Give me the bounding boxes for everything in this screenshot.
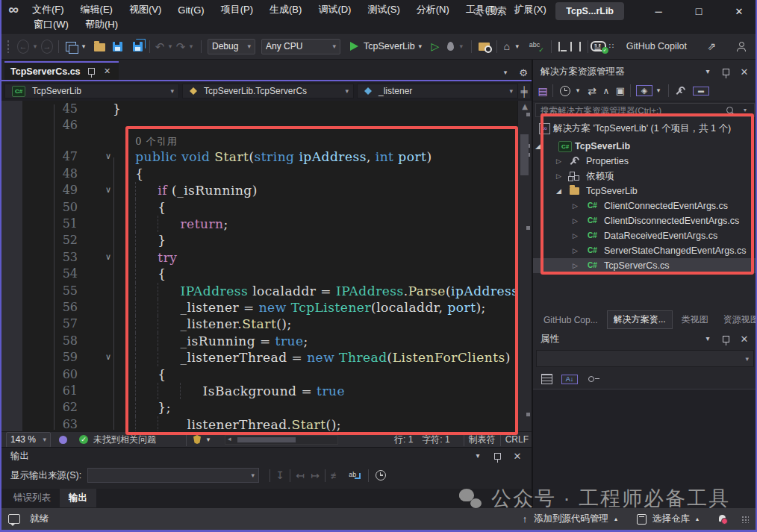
- categorized-icon[interactable]: [541, 374, 552, 384]
- format-document-icon[interactable]: [570, 42, 581, 51]
- menu-item[interactable]: 测试(S): [359, 3, 408, 16]
- fold-chevron-icon[interactable]: ∨: [103, 148, 113, 165]
- no-issues-icon[interactable]: [79, 435, 88, 444]
- horizontal-scrollbar[interactable]: [225, 435, 338, 445]
- run-target-dropdown-icon[interactable]: ▾: [415, 43, 426, 50]
- close-panel-icon[interactable]: ✕: [739, 67, 750, 77]
- menu-item[interactable]: 视图(V): [121, 3, 169, 16]
- alphabetical-sort-icon[interactable]: A↓: [561, 375, 578, 384]
- expand-arrow-icon[interactable]: ▷: [573, 217, 578, 225]
- column-indicator[interactable]: 字符: 1: [422, 434, 449, 446]
- tab-list-dropdown-icon[interactable]: ▾: [500, 69, 511, 76]
- panel-dropdown-icon[interactable]: ▾: [703, 68, 713, 75]
- home-window-icon[interactable]: ⌂: [502, 41, 512, 51]
- panel-dropdown-icon[interactable]: ▾: [703, 335, 713, 342]
- new-project-dropdown-icon[interactable]: ▾: [78, 43, 89, 50]
- line-indicator[interactable]: 行: 1: [394, 434, 413, 446]
- add-to-source-control-label[interactable]: 添加到源代码管理: [534, 513, 608, 525]
- scrollbar-thumb[interactable]: [520, 134, 529, 175]
- cursor-position-icon[interactable]: [558, 42, 560, 51]
- navbar-type-dropdown[interactable]: TcpSeverLib.TcpServerCs ▾: [182, 84, 354, 98]
- split-editor-icon[interactable]: ╪: [518, 84, 530, 98]
- tree-item[interactable]: ▷DataReceivedEventArgs.cs: [533, 228, 756, 243]
- search-icon[interactable]: [726, 107, 733, 113]
- next-message-icon[interactable]: ↦: [310, 470, 320, 481]
- hot-reload-dropdown-icon[interactable]: ▾: [456, 43, 467, 50]
- tree-item[interactable]: ◢TcpSeverLib: [533, 184, 756, 198]
- maximize-button[interactable]: □: [687, 6, 711, 16]
- timestamp-icon[interactable]: [376, 470, 386, 481]
- tab-class-view[interactable]: 类视图: [676, 311, 714, 328]
- editor-options-gear-icon[interactable]: ⚙: [518, 68, 529, 78]
- pin-icon[interactable]: [723, 336, 729, 342]
- share-icon[interactable]: ⇗: [706, 41, 717, 51]
- close-button[interactable]: ✕: [727, 7, 751, 16]
- menu-item[interactable]: 项目(P): [213, 3, 261, 16]
- output-source-select[interactable]: ▾: [87, 468, 259, 483]
- select-repository-label[interactable]: 选择仓库: [652, 513, 690, 525]
- navigate-back-dropdown-icon[interactable]: ▾: [30, 43, 40, 50]
- github-copilot-icon[interactable]: [591, 41, 606, 51]
- redo-dropdown-icon[interactable]: ▾: [186, 43, 196, 50]
- redo-icon[interactable]: ↷: [175, 41, 186, 52]
- search-dropdown-icon[interactable]: ▾: [511, 8, 521, 15]
- expand-arrow-icon[interactable]: ▷: [573, 262, 578, 269]
- tree-item[interactable]: ▷ClientConnectedEventArgs.cs: [533, 198, 756, 213]
- menu-item[interactable]: 文件(F): [24, 3, 72, 16]
- tab-resource-view[interactable]: 资源视图: [717, 311, 757, 328]
- editor-tab[interactable]: TcpServerCs.cs ✕: [4, 61, 119, 80]
- tab-solution-explorer[interactable]: 解决方案资...: [607, 310, 673, 329]
- expand-arrow-icon[interactable]: ▷: [573, 202, 578, 210]
- fold-chevron-icon[interactable]: ∨: [103, 182, 113, 198]
- undo-dropdown-icon[interactable]: ▾: [165, 43, 175, 50]
- tree-item[interactable]: ▷ServerStateChangedEventArgs.cs: [533, 243, 756, 258]
- expand-arrow-icon[interactable]: ▷: [556, 157, 561, 165]
- pending-changes-filter-icon[interactable]: [560, 86, 570, 96]
- goto-message-icon[interactable]: ↧: [275, 470, 285, 481]
- tree-item[interactable]: ▷依赖项: [533, 169, 756, 184]
- track-active-item-icon[interactable]: ◈: [636, 85, 652, 96]
- tree-item[interactable]: 解决方案 'TcpSeverLib' (1 个项目，共 1 个): [533, 121, 756, 136]
- eol-indicator[interactable]: CRLF: [505, 434, 529, 445]
- fold-chevron-icon[interactable]: ∨: [103, 349, 113, 366]
- vertical-scrollbar[interactable]: ▲: [517, 101, 532, 431]
- expand-arrow-icon[interactable]: ▷: [573, 247, 578, 254]
- collapse-arrow-icon[interactable]: ◢: [556, 187, 561, 195]
- search-box[interactable]: 搜索 ▾: [471, 4, 521, 18]
- navbar-project-dropdown[interactable]: TcpSeverLib ▾: [4, 84, 179, 98]
- tab-github-copilot[interactable]: GitHub Cop...: [538, 313, 604, 328]
- tree-item[interactable]: ▷Properties: [533, 154, 756, 169]
- run-target-label[interactable]: TcpSeverLib: [364, 41, 415, 51]
- push-arrow-icon[interactable]: ↑: [520, 514, 530, 524]
- navbar-member-dropdown[interactable]: _listener ▾: [357, 84, 518, 98]
- undo-icon[interactable]: ↶: [155, 41, 165, 52]
- collapse-arrow-icon[interactable]: ◢: [535, 143, 541, 150]
- tabs-indicator[interactable]: 制表符: [469, 434, 496, 446]
- navigate-forward-icon[interactable]: →: [41, 40, 53, 54]
- account-icon[interactable]: [737, 42, 746, 51]
- select-repository-dropdown-icon[interactable]: ▴: [692, 516, 703, 522]
- pin-icon[interactable]: [723, 69, 729, 75]
- expand-arrow-icon[interactable]: ▷: [556, 172, 561, 180]
- menu-item[interactable]: Git(G): [169, 4, 212, 16]
- show-all-files-icon[interactable]: ▣: [615, 86, 626, 96]
- start-without-debugging-icon[interactable]: ▷: [430, 41, 440, 51]
- track-active-dropdown-icon[interactable]: ▾: [653, 87, 664, 94]
- solution-search-input[interactable]: [535, 103, 755, 117]
- properties-object-select[interactable]: ▾: [536, 350, 754, 367]
- tree-item[interactable]: ▷ClientDisconnectedEventArgs.cs: [533, 213, 756, 228]
- github-copilot-label[interactable]: GitHub Copilot: [626, 41, 687, 51]
- save-all-icon[interactable]: [133, 42, 143, 51]
- menu-item[interactable]: 调试(D): [310, 3, 359, 16]
- filter-dropdown-icon[interactable]: ▾: [573, 87, 583, 94]
- save-icon[interactable]: [113, 42, 122, 51]
- properties-wrench-icon[interactable]: [676, 87, 685, 96]
- platform-select[interactable]: Any CPU▾: [261, 39, 340, 54]
- health-status-label[interactable]: 未找到相关问题: [93, 434, 156, 446]
- menu-item[interactable]: 帮助(H): [77, 18, 126, 31]
- zoom-select[interactable]: 143 %▾: [6, 432, 51, 448]
- menu-item[interactable]: 编辑(E): [72, 3, 121, 16]
- repository-icon[interactable]: [637, 514, 647, 525]
- chevron-down-icon[interactable]: ▾: [740, 107, 750, 113]
- code-editor[interactable]: 45}460 个引用47∨public void Start(string ip…: [1, 101, 532, 431]
